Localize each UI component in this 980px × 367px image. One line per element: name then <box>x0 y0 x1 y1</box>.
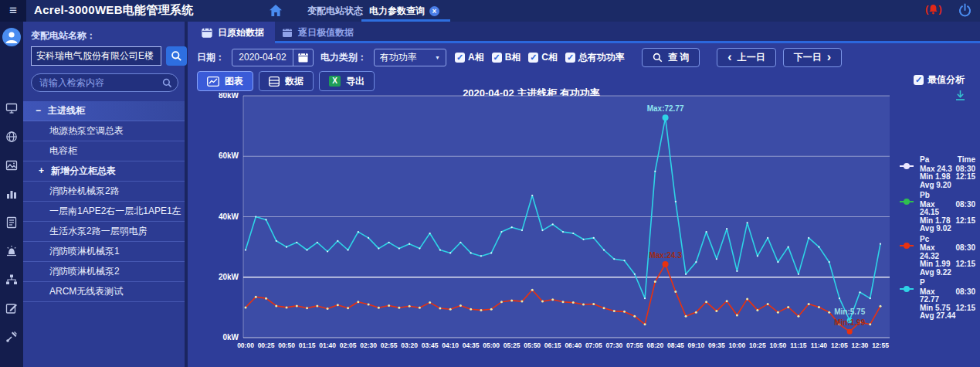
tree-item-main-incoming-cabinet[interactable]: −主进线柜 <box>23 101 185 121</box>
max-analysis-checkbox[interactable]: ✓ 最值分析 <box>914 73 965 87</box>
series-marker-Pabc <box>777 311 779 314</box>
series-marker-Pabc <box>306 307 308 309</box>
tree-item-expandable[interactable]: +新增分立柜总表 <box>23 161 185 182</box>
legend-marker <box>900 165 914 167</box>
station-search-button[interactable] <box>166 46 187 66</box>
calendar-icon[interactable] <box>293 49 313 66</box>
tools-icon[interactable] <box>5 331 18 343</box>
monitor-icon[interactable] <box>5 102 18 114</box>
series-marker-P <box>531 195 533 196</box>
annotation-dot <box>663 261 669 267</box>
tree-item[interactable]: 生活水泵2路一层弱电房 <box>23 222 185 242</box>
expand-icon[interactable]: + <box>39 161 44 181</box>
series-marker-P <box>490 252 492 253</box>
series-marker-P <box>398 247 400 249</box>
tree-item[interactable]: 消防喷淋机械泵2 <box>23 262 185 282</box>
series-marker-Pabc <box>419 307 421 309</box>
series-marker-P <box>429 233 431 234</box>
report-icon[interactable] <box>5 216 18 229</box>
collapse-icon[interactable]: − <box>36 101 41 121</box>
line-chart[interactable]: 0kW20kW40kW60kW80kW00:0000:2500:5001:150… <box>191 93 901 367</box>
series-marker-Pabc <box>500 301 503 303</box>
tree-item[interactable]: 一层南1APE2右一层北1APE1左 <box>23 202 185 222</box>
series-marker-Pabc <box>459 304 462 307</box>
power-category-select[interactable]: 有功功率 ▼ <box>374 49 446 66</box>
series-marker-P <box>695 261 697 263</box>
next-day-button[interactable]: 下一日 › <box>783 48 842 67</box>
series-marker-P <box>470 252 472 253</box>
menu-icon[interactable]: ≡ <box>0 0 26 22</box>
series-marker-P <box>265 219 266 220</box>
alarm-icon[interactable] <box>5 245 18 257</box>
x-tick-label: 11:15 <box>790 342 807 349</box>
x-tick-label: 04:35 <box>463 342 480 349</box>
tree-item[interactable]: 消防喷淋机械泵1 <box>23 242 185 262</box>
globe-icon[interactable] <box>5 131 18 143</box>
checkbox-phase-c[interactable]: ✓C相 <box>528 51 558 64</box>
series-marker-Pabc <box>797 315 799 318</box>
tree-item[interactable]: 电容柜 <box>23 141 185 161</box>
x-tick-label: 12:30 <box>852 342 869 349</box>
x-tick-label: 02:30 <box>360 342 377 349</box>
barchart-icon[interactable] <box>5 188 18 200</box>
download-icon[interactable] <box>955 90 966 101</box>
series-marker-P <box>480 255 482 257</box>
x-tick-label: 06:40 <box>565 342 582 349</box>
series-marker-P <box>368 237 369 239</box>
station-name-input[interactable] <box>31 46 161 66</box>
x-tick-label: 10:00 <box>729 342 746 349</box>
series-marker-Pabc <box>767 303 769 305</box>
tab-daily-raw-data[interactable]: 日原始数据 <box>191 22 275 43</box>
series-marker-Pabc <box>726 300 728 302</box>
query-button[interactable]: 查 询 <box>642 48 700 67</box>
checkbox-total-active-power[interactable]: ✓总有功功率 <box>565 51 625 64</box>
series-marker-Pabc <box>828 311 830 314</box>
tree-item[interactable]: 消防栓机械泵2路 <box>23 182 185 202</box>
tab-label: 电力参数查询 <box>369 0 425 22</box>
series-marker-Pabc <box>695 311 697 314</box>
series-marker-Pabc <box>449 308 452 311</box>
legend-entry-P: PMax 72.7708:30Min 5.7512:15Avg 27.44 <box>920 279 975 321</box>
x-tick-label: 09:10 <box>687 342 704 349</box>
series-marker-Pabc <box>633 315 636 318</box>
tab-station-status[interactable]: 变配电站状态 <box>307 0 363 22</box>
tab-daily-extreme-data[interactable]: 逐日极值数据 <box>271 22 365 43</box>
x-tick-label: 01:40 <box>319 342 336 349</box>
app-window: ≡ Acrel-3000WEB电能管理系统 变配电站状态 电力参数查询 × ( … <box>0 0 980 367</box>
x-tick-label: 03:45 <box>422 342 439 349</box>
check-icon: ✓ <box>455 53 465 63</box>
x-tick-label: 12:05 <box>831 342 848 349</box>
tree-item[interactable]: ARCM无线表测试 <box>23 282 185 302</box>
topology-icon[interactable] <box>5 274 18 286</box>
x-tick-label: 05:25 <box>504 342 521 349</box>
series-marker-Pabc <box>368 303 370 305</box>
home-icon[interactable] <box>269 4 283 18</box>
series-marker-P <box>880 243 881 245</box>
gallery-icon[interactable] <box>5 159 18 172</box>
check-icon: ✓ <box>565 53 575 63</box>
x-tick-label: 08:20 <box>646 342 663 349</box>
series-marker-Pabc <box>685 315 687 318</box>
close-icon[interactable]: × <box>429 6 439 16</box>
edit-icon[interactable] <box>5 302 18 314</box>
power-logout-icon[interactable] <box>958 3 972 18</box>
checkbox-phase-a[interactable]: ✓A相 <box>455 51 484 64</box>
series-marker-Pabc <box>623 311 626 313</box>
tree-search-input[interactable] <box>31 73 178 92</box>
x-tick-label: 07:30 <box>605 342 622 349</box>
x-tick-label: 01:15 <box>299 342 316 349</box>
checkbox-phase-b[interactable]: ✓B相 <box>492 51 521 64</box>
date-value[interactable]: 2020-04-02 <box>232 52 293 63</box>
series-marker-Pabc <box>644 323 646 325</box>
user-avatar[interactable] <box>2 28 21 46</box>
date-input[interactable]: 2020-04-02 <box>232 49 314 66</box>
alarm-bell-icon[interactable]: ( ) <box>925 3 942 15</box>
sidebar: 变配电站名称： −主进线柜 地源热泵空调总表 电容柜 +新增分立柜总表 消防栓机… <box>23 22 188 367</box>
chevron-down-icon: ▼ <box>435 55 440 60</box>
series-marker-P <box>582 239 584 240</box>
annotation-dot <box>663 114 669 121</box>
previous-day-button[interactable]: ‹ 上一日 <box>717 48 775 67</box>
series-marker-Pabc <box>510 299 513 301</box>
tree-item[interactable]: 地源热泵空调总表 <box>23 121 185 141</box>
tab-power-parameter-query[interactable]: 电力参数查询 × <box>369 0 439 22</box>
